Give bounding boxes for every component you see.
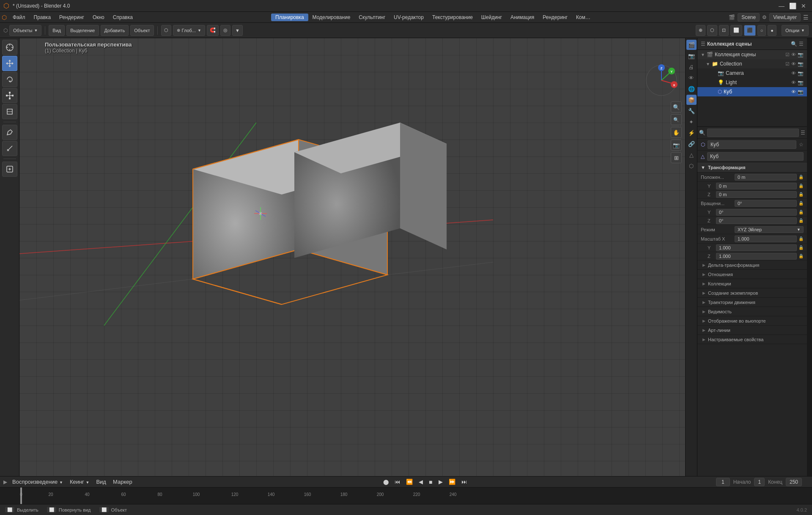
collection-hide-icon[interactable]: 👁 [791,61,796,66]
modifiers-icon[interactable]: 🔧 [686,106,697,116]
viewport-shading-render[interactable]: ● [768,25,776,36]
transform-section-header[interactable]: ▼ Трансформация [697,162,807,173]
annotate-tool[interactable] [2,125,17,140]
position-x-lock[interactable]: 🔒 [798,175,804,179]
pan-button[interactable]: ✋ [671,127,682,138]
rotation-y-value[interactable]: 0° [716,209,797,216]
data-icon[interactable]: △ [686,150,697,160]
zoom-out-button[interactable]: 🔍 [671,114,682,125]
rotation-x-value[interactable]: 0° [735,200,797,207]
filter-icon[interactable]: ☰ [803,14,809,21]
ws-tab-rendering[interactable]: Рендеринг [538,14,572,21]
transform-space[interactable]: ⊕ Глоб... ▼ [173,25,205,36]
position-z-value[interactable]: 0 m [716,191,797,198]
ws-tab-texture[interactable]: Текстурирование [428,14,477,21]
outliner-light[interactable]: ▶ 💡 Light 👁 📷 [697,78,807,87]
scene-properties-icon[interactable]: 🎬 [686,40,697,50]
zoom-in-button[interactable]: 🔍 [671,101,682,112]
position-y-value[interactable]: 0 m [716,183,797,189]
scene-render-icon[interactable]: 📷 [798,52,804,58]
visibility-section[interactable]: Видимость [697,307,807,316]
jump-start-button[interactable]: ⏮ [393,478,402,486]
rotation-x-lock[interactable]: 🔒 [798,201,804,205]
scene-hide-icon[interactable]: 👁 [791,52,796,57]
object-menu[interactable]: Объект [130,25,154,36]
playback-menu[interactable]: Воспроизведение ▼ [11,478,65,486]
object-name-input[interactable] [708,140,796,149]
motion-paths-section[interactable]: Траектории движения [697,298,807,307]
outliner-scene-collection[interactable]: ▼ 🎬 Коллекция сцены ☑ 👁 📷 [697,50,807,59]
lineart-section[interactable]: Арт-линии [697,326,807,335]
collection-render-icon[interactable]: 📷 [798,61,804,67]
menu-edit[interactable]: Правка [30,14,55,21]
gizmo-toggle[interactable]: ⊕ [696,25,705,36]
close-button[interactable]: ✕ [798,1,809,11]
camera-hide-icon[interactable]: 👁 [791,71,796,76]
measure-tool[interactable] [2,141,17,156]
ws-tab-sculpting[interactable]: Скульптинг [354,14,390,21]
position-x-value[interactable]: 0 m [735,174,797,181]
proportional-edit[interactable]: ◎ [220,25,230,36]
end-frame[interactable]: 250 [786,478,802,486]
view-properties-icon[interactable]: 👁 [686,73,697,83]
cube-hide-icon[interactable]: 👁 [791,89,796,94]
position-y-lock[interactable]: 🔒 [798,184,804,188]
object-mode-dropdown[interactable]: Объекты ▼ [9,25,41,36]
ws-tab-modeling[interactable]: Моделирование [308,14,355,21]
play-back-button[interactable]: ◀ [417,478,425,486]
menu-file[interactable]: Файл [8,14,30,21]
camera-render-icon[interactable]: 📷 [798,71,804,76]
add-object-tool[interactable] [2,162,17,177]
object-properties-icon[interactable]: 📦 [686,95,697,105]
outliner-cube[interactable]: ▶ ⬡ Куб 👁 📷 [697,87,807,96]
particles-icon[interactable]: ✦ [686,117,697,127]
scale-z-value[interactable]: 1.000 [716,253,797,260]
add-menu[interactable]: Добавить [101,25,129,36]
select-menu[interactable]: Выделение [66,25,99,36]
transform-pivot[interactable]: ⬡ [161,25,171,36]
light-hide-icon[interactable]: 👁 [791,80,796,85]
xray-toggle[interactable]: ⊡ [719,25,729,36]
minimize-button[interactable]: — [776,1,787,11]
ws-tab-uv[interactable]: UV-редактор [390,14,428,21]
ws-tab-shading[interactable]: Шейдинг [477,14,506,21]
jump-end-button[interactable]: ⏭ [460,478,469,486]
rotation-y-lock[interactable]: 🔒 [798,210,804,214]
outliner-filter-icon[interactable]: ☰ [799,41,804,47]
render-properties-icon[interactable]: 📷 [686,51,697,61]
view-menu-timeline[interactable]: Вид [94,478,108,486]
overlay-toggle[interactable]: ⬡ [707,25,717,36]
viewport-shading-material[interactable]: ○ [757,25,766,36]
collection-checkbox[interactable]: ☑ [785,61,790,67]
fake-user-icon[interactable]: ☆ [799,142,804,148]
rotation-z-lock[interactable]: 🔒 [798,218,804,223]
stop-button[interactable]: ■ [427,478,434,486]
physics-icon[interactable]: ⚡ [686,128,697,138]
options-button[interactable]: Опции ▼ [782,25,809,36]
scale-y-lock[interactable]: 🔒 [798,245,804,250]
outliner-search-icon[interactable]: 🔍 [791,41,797,47]
view-gizmo[interactable]: Z Y X [645,63,678,97]
timeline-bar[interactable]: 0 20 40 60 80 100 120 140 160 180 200 22… [0,488,812,504]
scale-z-lock[interactable]: 🔒 [798,254,804,258]
outliner-camera[interactable]: ▶ 📷 Camera 👁 📷 [697,68,807,78]
viewport-shading-wire[interactable]: ⬜ [730,25,742,36]
scene-name[interactable]: Scene [738,13,760,22]
relations-section[interactable]: Отношения [697,270,807,279]
orthographic-button[interactable]: ⊞ [671,152,682,163]
instancing-section[interactable]: Создание экземпляров [697,288,807,298]
viewport[interactable]: Пользовательская перспектива (1) Collect… [19,38,685,476]
menu-render-menu[interactable]: Рендеринг [55,14,88,21]
scale-tool[interactable] [2,88,17,103]
material-icon[interactable]: ⬡ [686,161,697,171]
props-filter-icon[interactable]: ☰ [801,130,805,136]
play-forward-button[interactable]: ▶ [437,478,444,486]
scale-y-value[interactable]: 1.000 [716,244,797,251]
maximize-button[interactable]: ⬜ [787,1,798,11]
proportional-extra[interactable]: ▼ [232,25,243,36]
rotation-mode-dropdown[interactable]: XYZ Эйлер ▼ [735,226,804,233]
keying-menu[interactable]: Кеинг ▼ [68,478,91,486]
output-properties-icon[interactable]: 🖨 [686,62,697,72]
next-keyframe-button[interactable]: ⏩ [447,478,457,486]
snap-toggle[interactable]: 🧲 [207,25,219,36]
